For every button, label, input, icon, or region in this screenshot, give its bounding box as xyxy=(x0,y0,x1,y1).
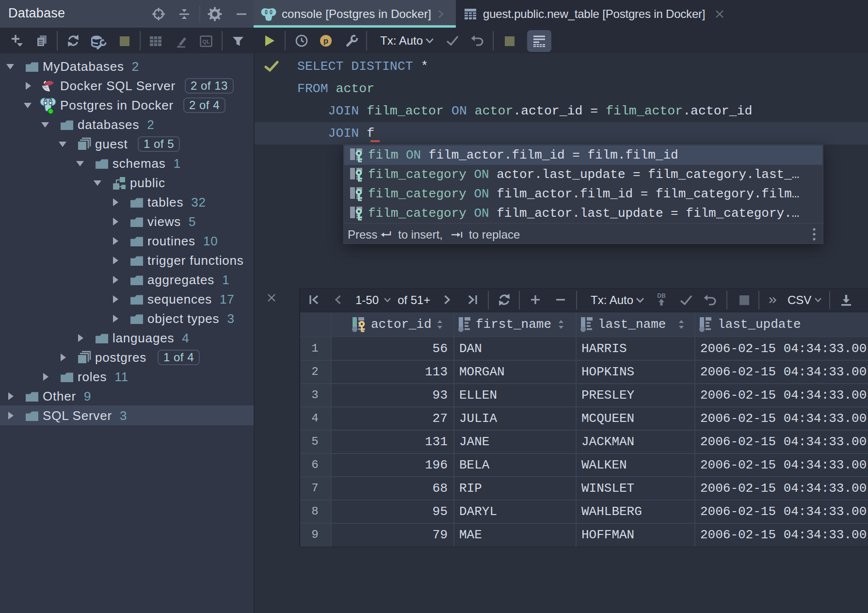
svg-text:DB: DB xyxy=(657,292,666,299)
svg-text:p: p xyxy=(323,36,328,46)
svg-text:QL: QL xyxy=(202,39,210,45)
